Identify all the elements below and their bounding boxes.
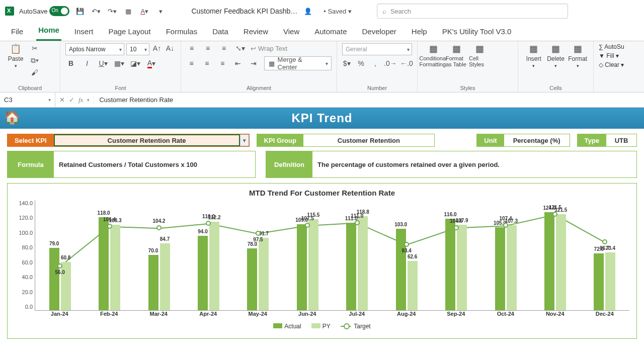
group-clipboard-label: Clipboard <box>5 83 55 92</box>
redo-icon[interactable]: ↷▾ <box>107 6 118 17</box>
toggle-switch-icon[interactable]: On <box>49 6 69 16</box>
align-middle-icon[interactable]: ≡ <box>202 43 213 53</box>
group-cells-label: Cells <box>523 83 588 92</box>
save-icon[interactable]: 💾 <box>74 6 86 17</box>
decrease-indent-icon[interactable]: ⇤ <box>233 58 244 68</box>
dropdown-icon[interactable]: ▼ <box>240 134 249 146</box>
chart-x-axis: Jan-24Feb-24Mar-24Apr-24May-24Jun-24Jul-… <box>35 311 629 321</box>
bold-button[interactable]: B <box>65 58 76 68</box>
number-format-combo[interactable]: General <box>342 43 412 55</box>
font-color-qat-icon[interactable]: A▾ <box>139 6 150 17</box>
underline-button[interactable]: U▾ <box>98 58 109 68</box>
tab-automate[interactable]: Automate <box>312 23 349 41</box>
chart-plot: 79.060.856.0118.0108.3106.470.084.7104.2… <box>35 200 629 311</box>
font-size-combo[interactable]: 10 <box>126 43 149 55</box>
legend-py: PY <box>311 323 331 330</box>
chart-column: 103.062.6 <box>382 200 431 310</box>
enter-formula-icon[interactable]: ✓ <box>69 96 74 104</box>
delete-cells-button[interactable]: ▦Delete▾ <box>545 43 567 68</box>
autosum-button[interactable]: ∑ AutoSu <box>599 43 624 50</box>
target-label: 97.5 <box>253 237 263 242</box>
target-label: 121.5 <box>549 205 561 210</box>
chart-column: 72.073.4 <box>580 200 629 310</box>
target-point <box>552 212 557 217</box>
align-right-icon[interactable]: ≡ <box>217 58 228 68</box>
shrink-font-icon[interactable]: A↓ <box>165 43 176 53</box>
type-label: Type <box>578 134 606 146</box>
definition-value: The percentage of customers retained ove… <box>312 151 636 177</box>
align-bottom-icon[interactable]: ≡ <box>218 43 229 53</box>
format-painter-icon[interactable]: 🖌 <box>29 67 40 77</box>
grow-font-icon[interactable]: A↑ <box>151 43 163 53</box>
tab-developer[interactable]: Developer <box>360 23 398 41</box>
orientation-icon[interactable]: ⤡▾ <box>234 43 246 53</box>
target-point <box>305 223 310 228</box>
increase-decimal-icon[interactable]: .0→ <box>385 58 396 68</box>
formula-input[interactable]: Customer Retention Rate <box>94 96 644 104</box>
comma-icon[interactable]: , <box>371 58 380 68</box>
tab-view[interactable]: View <box>281 23 301 41</box>
font-name-combo[interactable]: Aptos Narrow <box>65 43 124 55</box>
align-left-icon[interactable]: ≡ <box>186 58 197 68</box>
format-as-table-button[interactable]: ▦Format as Table <box>446 43 467 67</box>
formula-bar: C3 ✕ ✓ fx▾ Customer Retention Rate <box>0 93 644 108</box>
unit-label: Unit <box>477 134 504 146</box>
currency-icon[interactable]: $▾ <box>342 58 351 68</box>
insert-cells-button[interactable]: ▦Insert▾ <box>523 43 544 68</box>
tab-review[interactable]: Review <box>242 23 270 41</box>
name-box[interactable]: C3 <box>0 93 55 107</box>
merge-center-button[interactable]: ▦Merge & Center <box>264 56 332 70</box>
paste-button[interactable]: 📋Paste▾ <box>5 43 26 68</box>
select-kpi-value[interactable]: Customer Retention Rate <box>54 134 240 146</box>
border-button[interactable]: ▦▾ <box>114 58 125 68</box>
wrap-text-button[interactable]: ↩Wrap Text <box>251 45 287 52</box>
chart-legend: Actual PY Target <box>15 323 629 330</box>
fill-button[interactable]: ▼ Fill ▾ <box>599 52 619 59</box>
fill-color-button[interactable]: ◪▾ <box>130 58 141 68</box>
target-label: 83.4 <box>401 248 411 253</box>
save-status[interactable]: • Saved ▾ <box>324 8 352 15</box>
legend-actual: Actual <box>273 323 301 330</box>
borders-qat-icon[interactable]: ▦ <box>123 6 134 17</box>
align-top-icon[interactable]: ≡ <box>186 43 197 53</box>
cell-styles-button[interactable]: ▦Cell Styles <box>469 43 490 67</box>
tab-file[interactable]: File <box>9 23 25 41</box>
tab-data[interactable]: Data <box>210 23 230 41</box>
share-icon[interactable]: 👤 <box>302 6 313 17</box>
chart-column: 79.060.8 <box>35 200 85 310</box>
tab-help[interactable]: Help <box>410 23 429 41</box>
cancel-formula-icon[interactable]: ✕ <box>59 96 65 104</box>
decrease-decimal-icon[interactable]: ←.0 <box>401 58 412 68</box>
chart-column: 70.084.7 <box>134 200 184 310</box>
home-icon[interactable]: 🏠 <box>4 110 21 125</box>
conditional-formatting-button[interactable]: ▦Conditional Formatting <box>423 43 444 67</box>
align-center-icon[interactable]: ≡ <box>202 58 212 68</box>
group-number-label: Number <box>342 83 412 92</box>
autosave-toggle[interactable]: AutoSave On <box>19 6 69 16</box>
qat-more-icon[interactable]: ▾ <box>155 6 166 17</box>
tab-insert[interactable]: Insert <box>72 23 96 41</box>
tab-home[interactable]: Home <box>36 22 61 41</box>
tab-pk-s-utility-tool-v3-0[interactable]: PK's Utility Tool V3.0 <box>440 23 514 41</box>
increase-indent-icon[interactable]: ⇥ <box>249 58 259 68</box>
tab-page-layout[interactable]: Page Layout <box>106 23 152 41</box>
target-point <box>454 225 459 230</box>
target-point <box>256 231 261 236</box>
format-cells-button[interactable]: ▦Format▾ <box>567 43 588 68</box>
cut-icon[interactable]: ✂ <box>29 43 40 53</box>
type-value: UTB <box>606 134 636 146</box>
clear-button[interactable]: ◇ Clear ▾ <box>599 61 624 68</box>
clipboard-icon: 📋 <box>10 43 21 54</box>
copy-icon[interactable]: ⧉▾ <box>29 55 40 65</box>
percent-icon[interactable]: % <box>356 58 365 68</box>
kpi-filter-row: Select KPI Customer Retention Rate ▼ KPI… <box>0 129 644 149</box>
tab-formulas[interactable]: Formulas <box>164 23 200 41</box>
search-input[interactable]: ⌕ Search <box>377 4 568 19</box>
font-color-button[interactable]: A▾ <box>146 58 157 68</box>
undo-icon[interactable]: ↶▾ <box>91 6 102 17</box>
fx-icon[interactable]: fx <box>78 96 83 104</box>
target-label: 106.4 <box>103 217 116 222</box>
italic-button[interactable]: I <box>82 58 93 68</box>
kpi-group-value: Customer Retention <box>303 134 434 146</box>
title-bar: AutoSave On 💾 ↶▾ ↷▾ ▦ A▾ ▾ Customer Feed… <box>0 0 644 22</box>
